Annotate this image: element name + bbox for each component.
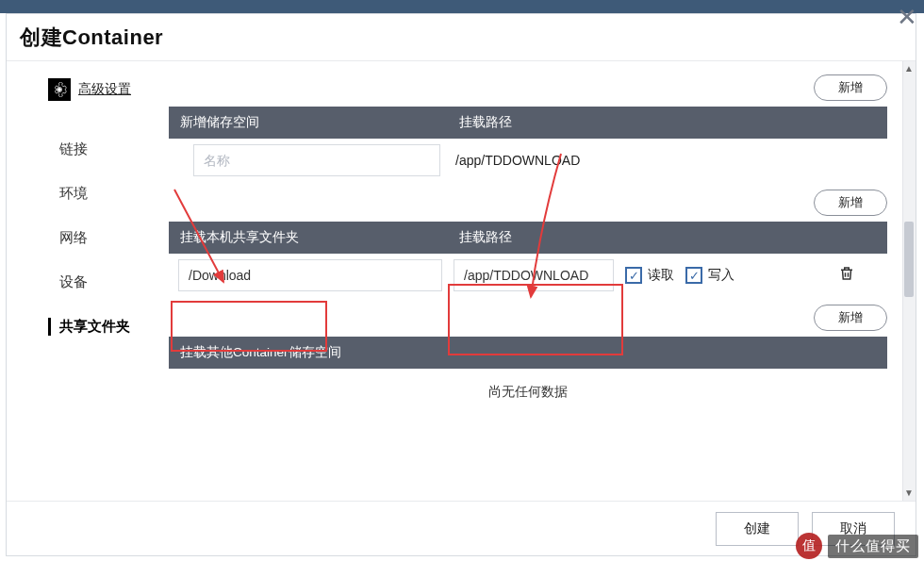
storage-header: 新增储存空间 挂载路径 xyxy=(169,107,887,139)
write-checkbox[interactable]: ✓ xyxy=(685,267,702,284)
settings-nav: 链接 环境 网络 设备 共享文件夹 xyxy=(33,127,165,349)
create-button[interactable]: 创建 xyxy=(716,512,799,546)
other-container-empty: 尚无任何数据 xyxy=(169,369,887,421)
read-label: 读取 xyxy=(648,267,674,284)
svg-point-0 xyxy=(58,88,61,91)
cancel-button[interactable]: 取消 xyxy=(812,512,895,546)
storage-header-col1: 新增储存空间 xyxy=(169,114,454,131)
nav-item-device[interactable]: 设备 xyxy=(56,260,165,305)
storage-mount-path: /app/TDDOWNLOAD xyxy=(455,153,580,168)
host-share-section: 新增 挂载本机共享文件夹 挂载路径 ✓ 读取 ✓ 写入 xyxy=(169,190,887,297)
add-host-share-button[interactable]: 新增 xyxy=(814,190,887,216)
write-label: 写入 xyxy=(708,267,734,284)
nav-item-env[interactable]: 环境 xyxy=(56,172,165,216)
mount-path-input[interactable] xyxy=(454,259,614,291)
scroll-up-icon[interactable]: ▲ xyxy=(902,61,916,76)
storage-row: /app/TDDOWNLOAD xyxy=(169,139,887,182)
scroll-down-icon[interactable]: ▼ xyxy=(902,486,916,501)
nav-item-network[interactable]: 网络 xyxy=(56,216,165,260)
host-share-header: 挂载本机共享文件夹 挂载路径 xyxy=(169,222,887,254)
read-checkbox[interactable]: ✓ xyxy=(625,267,642,284)
storage-section: 新增 新增储存空间 挂载路径 /app/TDDOWNLOAD xyxy=(169,74,887,182)
dialog-footer: 创建 取消 xyxy=(7,501,916,555)
other-container-header: 挂载其他Container储存空间 xyxy=(169,337,887,369)
add-other-container-button[interactable]: 新增 xyxy=(814,305,887,331)
gear-icon xyxy=(48,78,71,101)
dialog-title: 创建Container xyxy=(20,24,163,52)
host-share-header-col1: 挂载本机共享文件夹 xyxy=(169,229,454,246)
advanced-settings-row[interactable]: 高级设置 xyxy=(48,78,165,101)
create-container-dialog: 创建Container ✕ 高级设置 链接 环境 网络 设备 共享文件夹 xyxy=(6,13,916,556)
add-storage-button[interactable]: 新增 xyxy=(814,74,887,101)
read-checkbox-wrap[interactable]: ✓ 读取 xyxy=(625,267,674,284)
host-folder-input[interactable] xyxy=(178,259,442,291)
storage-header-col2: 挂载路径 xyxy=(454,114,887,131)
right-column: 新增 新增储存空间 挂载路径 /app/TDDOWNLOAD 新增 挂载本机共享… xyxy=(169,61,916,501)
scroll-thumb[interactable] xyxy=(904,222,914,297)
other-container-section: 新增 挂载其他Container储存空间 尚无任何数据 xyxy=(169,305,887,421)
nav-item-shared-folders[interactable]: 共享文件夹 xyxy=(56,305,165,349)
close-icon[interactable]: ✕ xyxy=(897,3,917,32)
advanced-settings-link[interactable]: 高级设置 xyxy=(78,81,131,98)
host-share-header-col2: 挂载路径 xyxy=(454,229,887,246)
delete-row-button[interactable] xyxy=(838,264,855,287)
write-checkbox-wrap[interactable]: ✓ 写入 xyxy=(685,267,734,284)
left-column: 高级设置 链接 环境 网络 设备 共享文件夹 xyxy=(7,61,169,501)
host-share-row: ✓ 读取 ✓ 写入 xyxy=(169,254,887,297)
vertical-scrollbar[interactable]: ▲ ▼ xyxy=(902,61,916,501)
storage-name-input[interactable] xyxy=(193,144,440,176)
nav-item-link[interactable]: 链接 xyxy=(56,127,165,172)
dialog-header: 创建Container ✕ xyxy=(7,14,916,61)
